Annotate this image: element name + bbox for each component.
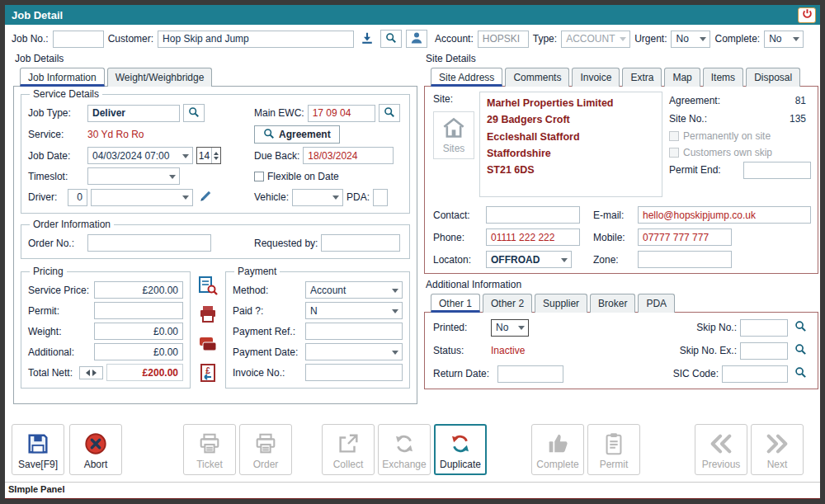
complete-button[interactable]: Complete xyxy=(531,424,584,475)
total-nett-scroll-buttons[interactable] xyxy=(79,366,103,379)
permit-field[interactable] xyxy=(94,302,183,319)
service-value: 30 Yd Ro Ro xyxy=(87,129,144,140)
phone-field[interactable]: 01111 222 222 xyxy=(486,228,580,246)
driver-select[interactable] xyxy=(91,189,193,206)
skip-no-search-button[interactable] xyxy=(791,318,809,337)
price-lookup-button[interactable] xyxy=(199,277,217,295)
exchange-button[interactable]: Exchange xyxy=(378,424,431,475)
skip-no-ex-field[interactable] xyxy=(740,342,788,360)
customer-search-button[interactable] xyxy=(380,30,402,48)
flexible-on-date-checkbox[interactable] xyxy=(254,172,264,181)
additional-label: Additional: xyxy=(28,346,91,358)
tab-disposal[interactable]: Disposal xyxy=(746,68,800,87)
order-no-field[interactable] xyxy=(87,234,211,252)
customer-label: Customer: xyxy=(108,33,153,45)
payment-cards-button[interactable] xyxy=(199,336,217,354)
urgent-select[interactable]: No xyxy=(671,31,710,48)
job-no-field[interactable] xyxy=(53,31,104,48)
account-field[interactable]: HOPSKI xyxy=(478,31,529,48)
customer-field[interactable]: Hop Skip and Jump xyxy=(158,31,354,48)
skip-no-ex-search-button[interactable] xyxy=(791,341,809,360)
due-days-stepper[interactable]: 14 xyxy=(196,147,221,164)
permanently-on-site-checkbox[interactable] xyxy=(669,131,679,141)
method-select[interactable]: Account xyxy=(305,281,403,299)
permit-button-label: Permit xyxy=(600,459,629,470)
tab-other-1[interactable]: Other 1 xyxy=(431,294,480,313)
person-icon xyxy=(410,31,423,47)
job-type-search-button[interactable] xyxy=(183,104,205,122)
paid-select[interactable]: N xyxy=(305,302,403,319)
tab-comments[interactable]: Comments xyxy=(505,68,569,87)
agreement-button[interactable]: Agreement xyxy=(254,125,340,144)
job-detail-window: Job Detail Job No.: Customer: Hop Skip a… xyxy=(0,0,825,504)
tab-broker[interactable]: Broker xyxy=(590,294,635,313)
additional-field[interactable]: £0.00 xyxy=(94,343,183,360)
tab-other-2[interactable]: Other 2 xyxy=(483,294,532,313)
printed-label: Printed: xyxy=(433,322,488,333)
tab-site-address[interactable]: Site Address xyxy=(431,68,502,87)
stepper-arrows-icon[interactable] xyxy=(211,148,220,163)
header-row: Job No.: Customer: Hop Skip and Jump Acc… xyxy=(5,25,820,53)
location-select[interactable]: OFFROAD xyxy=(486,251,572,268)
permit-end-field[interactable] xyxy=(743,162,811,179)
requested-by-field[interactable] xyxy=(321,234,400,252)
job-details-title: Job Details xyxy=(13,53,417,67)
customers-own-skip-checkbox[interactable] xyxy=(669,148,679,158)
printed-select[interactable]: No xyxy=(491,319,529,337)
sic-code-search-button[interactable] xyxy=(791,365,809,383)
previous-button[interactable]: Previous xyxy=(695,424,747,475)
customer-contact-button[interactable] xyxy=(406,30,427,48)
customer-download-button[interactable] xyxy=(358,30,376,48)
driver-number-field[interactable]: 0 xyxy=(68,189,87,206)
order-button-label: Order xyxy=(253,459,279,470)
payment-ref-field[interactable] xyxy=(305,323,403,340)
abort-button[interactable]: Abort xyxy=(69,424,122,475)
skip-no-field[interactable] xyxy=(740,319,788,337)
permit-button[interactable]: Permit xyxy=(587,424,640,475)
price-print-button[interactable] xyxy=(199,307,217,325)
sites-button[interactable]: Sites xyxy=(433,111,474,159)
main-ewc-field[interactable]: 17 09 04 xyxy=(308,105,375,122)
tab-map[interactable]: Map xyxy=(664,68,700,87)
save-button[interactable]: Save[F9] xyxy=(12,424,64,475)
tab-extra[interactable]: Extra xyxy=(622,68,662,87)
permit-end-label: Permit End: xyxy=(669,164,721,176)
tab-weight-weighbridge[interactable]: Weight/Weighbridge xyxy=(107,68,213,87)
pricing-legend: Pricing xyxy=(30,266,67,277)
site-no-label: Site No.: xyxy=(669,113,707,125)
sic-code-field[interactable] xyxy=(722,365,788,383)
mobile-field[interactable]: 07777 777 777 xyxy=(638,228,732,246)
complete-select[interactable]: No xyxy=(764,31,804,48)
service-price-field[interactable]: £200.00 xyxy=(94,281,183,299)
invoice-no-field[interactable] xyxy=(305,364,403,381)
timeslot-select[interactable] xyxy=(87,167,180,185)
return-date-label: Return Date: xyxy=(433,368,494,379)
tab-pda[interactable]: PDA xyxy=(638,294,675,313)
return-date-field[interactable] xyxy=(497,365,563,383)
vehicle-select[interactable] xyxy=(292,189,343,206)
payment-date-select[interactable] xyxy=(305,343,403,360)
job-type-field[interactable]: Deliver xyxy=(87,105,180,122)
duplicate-button[interactable]: Duplicate xyxy=(434,424,487,475)
next-button[interactable]: Next xyxy=(751,424,804,475)
type-select[interactable]: ACCOUNT xyxy=(561,31,630,48)
price-export-button[interactable]: £ xyxy=(199,365,217,384)
weight-field[interactable]: £0.00 xyxy=(94,323,183,340)
tab-invoice[interactable]: Invoice xyxy=(572,68,620,87)
pda-field[interactable] xyxy=(373,189,388,206)
close-power-button[interactable] xyxy=(798,7,816,23)
zone-field[interactable] xyxy=(638,251,732,268)
tab-items[interactable]: Items xyxy=(703,68,743,87)
exchange-button-label: Exchange xyxy=(382,459,426,470)
order-button[interactable]: Order xyxy=(239,424,292,475)
email-field[interactable]: hello@hopskipjump.co.uk xyxy=(638,206,811,224)
ticket-button[interactable]: Ticket xyxy=(183,424,236,475)
due-back-field[interactable]: 18/03/2024 xyxy=(303,147,394,164)
driver-edit-button[interactable] xyxy=(196,188,214,206)
job-date-select[interactable]: 04/03/2024 07:00 xyxy=(87,147,193,164)
tab-supplier[interactable]: Supplier xyxy=(535,294,587,313)
tab-job-information[interactable]: Job Information xyxy=(20,68,105,87)
collect-button[interactable]: Collect xyxy=(322,424,375,475)
contact-field[interactable] xyxy=(486,206,580,224)
main-ewc-search-button[interactable] xyxy=(379,104,400,122)
